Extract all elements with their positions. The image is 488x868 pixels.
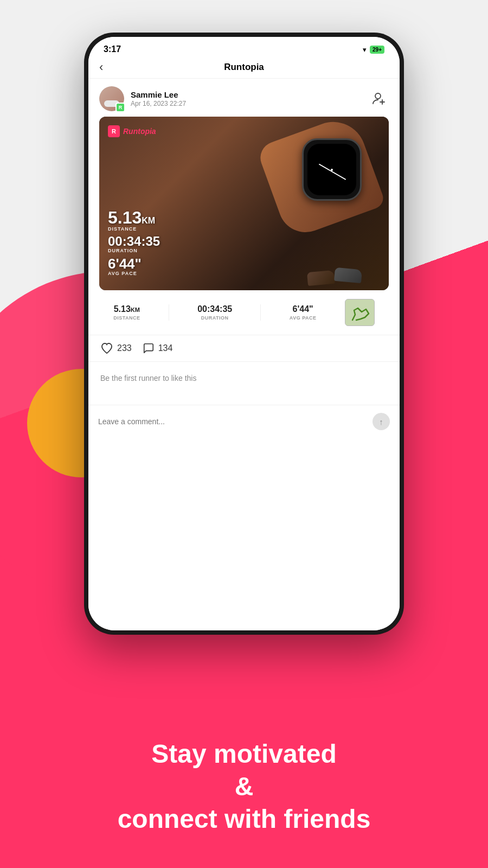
stat-distance-value: 5.13KM <box>113 304 140 314</box>
avatar: R <box>99 86 124 111</box>
like-prompt-text: Be the first runner to like this <box>100 374 196 382</box>
likes-count: 233 <box>117 343 132 353</box>
overlay-distance-label: DISTANCE <box>108 226 160 232</box>
content-area: R Sammie Lee Apr 16, 2023 22:27 <box>88 79 400 630</box>
stats-overlay: 5.13KM DISTANCE 00:34:35 DURATION 6'44" … <box>108 209 160 279</box>
user-text: Sammie Lee Apr 16, 2023 22:27 <box>131 90 186 107</box>
map-path-svg <box>350 304 371 323</box>
send-arrow-icon: ↑ <box>379 417 383 426</box>
tagline-area: Stay motivated & connect with friends <box>0 738 488 835</box>
watch-face <box>307 144 356 195</box>
feet-scene <box>302 236 367 290</box>
overlay-distance-value: 5.13KM <box>108 209 160 226</box>
stat-divider-1 <box>169 304 169 321</box>
clock-center <box>331 169 333 171</box>
logo-text: Runtopia <box>123 127 156 136</box>
overlay-pace-value: 6'44" <box>108 257 160 271</box>
nav-bar: ‹ Runtopia <box>88 58 400 79</box>
comment-input[interactable] <box>98 417 367 426</box>
comments-count: 134 <box>158 343 173 353</box>
logo-r: R <box>112 128 116 135</box>
wifi-icon: ▾ <box>363 46 367 54</box>
stat-duration: 00:34:35 DURATION <box>197 304 232 321</box>
svg-point-0 <box>375 93 381 99</box>
status-bar: 3:17 ▾ 29+ <box>88 37 400 58</box>
foot-right <box>334 267 362 283</box>
stat-pace-value: 6'44" <box>290 304 317 314</box>
watch-scene <box>264 127 373 236</box>
stat-distance-label: DISTANCE <box>113 315 140 321</box>
back-button[interactable]: ‹ <box>99 60 103 74</box>
watch-body <box>302 138 362 201</box>
stat-duration-label: DURATION <box>197 315 232 321</box>
comment-icon <box>143 342 155 354</box>
follow-icon <box>372 92 386 106</box>
comment-input-row: ↑ <box>88 405 400 438</box>
map-thumbnail[interactable] <box>345 299 375 326</box>
engagement-row: 233 134 <box>88 335 400 362</box>
nav-title: Runtopia <box>224 62 264 73</box>
send-button[interactable]: ↑ <box>373 413 390 430</box>
stat-pace: 6'44" AVG PACE <box>290 304 317 321</box>
clock-minute-hand <box>331 170 346 180</box>
post-header: R Sammie Lee Apr 16, 2023 22:27 <box>88 79 400 117</box>
user-name: Sammie Lee <box>131 90 186 99</box>
stat-divider-2 <box>260 304 261 321</box>
logo-icon: R <box>108 125 120 137</box>
status-icons: ▾ 29+ <box>363 46 384 54</box>
stat-pace-label: AVG PACE <box>290 315 317 321</box>
card-logo: R Runtopia <box>108 125 156 137</box>
avatar-badge: R <box>115 103 125 112</box>
phone-frame: 3:17 ▾ 29+ ‹ Runtopia <box>84 33 404 635</box>
overlay-duration-value: 00:34:35 <box>108 235 160 248</box>
clock-hour-hand <box>319 163 331 171</box>
stat-duration-value: 00:34:35 <box>197 304 232 314</box>
tagline-text: Stay motivated & connect with friends <box>0 738 488 835</box>
overlay-pace: 6'44" AVG PACE <box>108 257 160 276</box>
phone-screen: 3:17 ▾ 29+ ‹ Runtopia <box>88 37 400 630</box>
foot-left <box>307 270 335 286</box>
run-card-background: R Runtopia <box>99 117 389 290</box>
post-date: Apr 16, 2023 22:27 <box>131 100 186 107</box>
follow-button[interactable] <box>369 89 389 108</box>
overlay-pace-label: AVG PACE <box>108 271 160 276</box>
overlay-distance: 5.13KM DISTANCE <box>108 209 160 232</box>
overlay-duration-label: DURATION <box>108 248 160 253</box>
comment-button[interactable]: 134 <box>143 342 173 354</box>
like-button[interactable]: 233 <box>100 342 132 355</box>
tagline-line3: connect with friends <box>118 805 371 833</box>
stat-distance: 5.13KM DISTANCE <box>113 304 140 321</box>
avatar-badge-r: R <box>119 105 123 110</box>
stats-row: 5.13KM DISTANCE 00:34:35 DURATION 6'44" … <box>88 290 400 335</box>
user-info: R Sammie Lee Apr 16, 2023 22:27 <box>99 86 186 111</box>
status-time: 3:17 <box>104 44 121 54</box>
heart-icon <box>100 342 113 355</box>
like-prompt: Be the first runner to like this <box>88 362 400 405</box>
battery-badge: 29+ <box>370 46 384 54</box>
overlay-duration: 00:34:35 DURATION <box>108 235 160 253</box>
tagline-line2: & <box>235 772 254 801</box>
tagline-line1: Stay motivated <box>151 739 336 768</box>
run-card: R Runtopia <box>99 117 389 290</box>
